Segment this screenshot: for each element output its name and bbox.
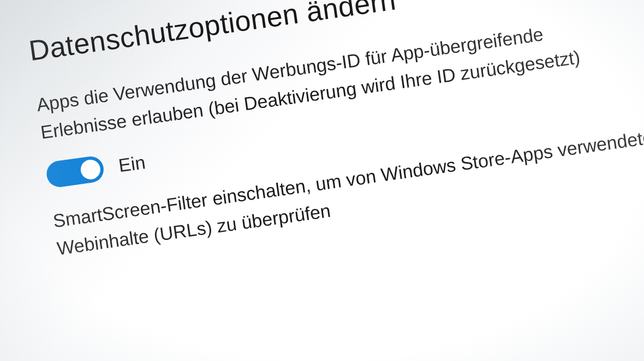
settings-screen: Datenschutzoptionen ändern Apps die Verw… bbox=[0, 0, 644, 361]
toggle-switch-advertising-id[interactable] bbox=[45, 155, 105, 189]
toggle-state-label: Ein bbox=[117, 152, 147, 176]
